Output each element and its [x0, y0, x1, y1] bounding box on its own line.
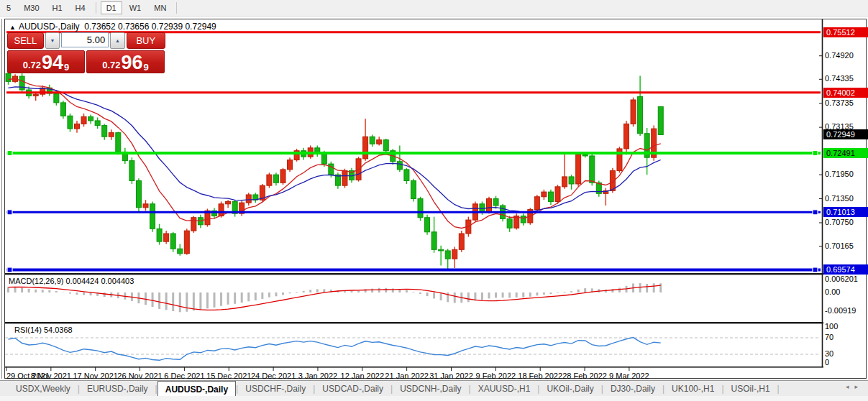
volume-input[interactable] [61, 32, 109, 47]
main-pane [6, 70, 663, 269]
price-level-badge: 0.75512 [823, 27, 868, 37]
tab-separator: | [777, 381, 780, 397]
macd-indicator-label: MACD(12,26,9) 0.004424 0.004403 [9, 277, 134, 285]
macd-axis-label: 0.006201 [825, 275, 868, 284]
candle-down [54, 93, 59, 103]
timeframe-button-d1[interactable]: D1 [101, 1, 122, 14]
price-level-badge: 0.71013 [823, 207, 868, 217]
buy-button[interactable]: BUY [127, 32, 165, 49]
timeframe-button-5[interactable]: 5 [1, 1, 17, 14]
chart-symbol-header: ▲AUDUSD-,Daily 0.73652 0.73656 0.72939 0… [9, 22, 216, 32]
chart-tab-usdcad[interactable]: USDCAD-,Daily [315, 381, 390, 397]
candle-down [418, 199, 423, 218]
candle-down [425, 218, 430, 232]
timeframe-button-h4[interactable]: H4 [70, 1, 91, 14]
timeframe-button-w1[interactable]: W1 [124, 1, 147, 14]
volume-increase-button[interactable]: ▲ [110, 32, 124, 49]
rsi-line [9, 338, 661, 361]
timeframe-button-m30[interactable]: M30 [18, 1, 45, 14]
candle-up [226, 201, 231, 203]
candle-down [638, 97, 643, 134]
date-axis-label: 24 Dec 2021 [251, 372, 296, 380]
date-axis-label: 15 Dec 2021 [206, 372, 251, 380]
candle-down [370, 137, 375, 144]
chart-tab-usdchf[interactable]: USDCHF-,Daily [238, 381, 313, 397]
macd-pane [9, 283, 661, 312]
tab-scroll-right-icon[interactable]: ▸ [854, 383, 864, 390]
candle-down [273, 175, 278, 183]
line-endpoint-marker[interactable] [7, 151, 12, 156]
pane-separator[interactable] [5, 273, 823, 275]
chart-tab-xauusd[interactable]: XAUUSD-,H1 [471, 381, 538, 397]
trading-terminal: 5M30H1H4D1W1MN ▲AUDUSD-,Daily 0.73652 0.… [0, 0, 868, 401]
chart-tab-usdx[interactable]: USDX,Weekly [9, 381, 78, 397]
collapse-arrow-icon[interactable]: ▲ [9, 24, 16, 31]
rsi-axis-label: 70 [825, 333, 868, 342]
price-level-badge: 0.74002 [823, 88, 868, 98]
candle-up [267, 175, 272, 185]
candle-down [95, 121, 100, 126]
ma-slow-line [9, 87, 661, 212]
chart-tab-ukoil[interactable]: UKOil-,Daily [539, 381, 600, 397]
chart-tab-usdcnh[interactable]: USDCNH-,Daily [393, 381, 468, 397]
candle-down [157, 229, 162, 241]
sell-price-tile[interactable]: 0.72 94 9 [7, 50, 85, 73]
pane-separator [5, 367, 823, 368]
one-click-trade-panel: SELL ▼ ▲ BUY 0.72 94 9 0.72 96 9 [7, 32, 165, 73]
candle-up [452, 249, 457, 259]
candle-down [445, 251, 450, 259]
buy-price-tile[interactable]: 0.72 96 9 [86, 50, 165, 73]
sell-price-small: 0.72 [23, 60, 41, 70]
candle-up [164, 234, 169, 241]
timeframe-button-h1[interactable]: H1 [47, 1, 68, 14]
line-endpoint-marker[interactable] [813, 267, 818, 272]
chart-tab-eurusd[interactable]: EURUSD-,Daily [80, 381, 155, 397]
rsi-indicator-label: RSI(14) 54.0368 [14, 326, 73, 334]
tab-scroll-left-icon[interactable]: ◂ [846, 383, 855, 390]
buy-price-sup: 9 [144, 62, 149, 73]
sell-button[interactable]: SELL [7, 32, 44, 49]
price-level-badge: 0.69574 [823, 264, 868, 275]
pane-separator[interactable] [5, 322, 823, 323]
line-endpoint-marker[interactable] [813, 210, 818, 215]
tab-scroll-arrows: ◂▸ [846, 383, 864, 390]
candle-up [219, 204, 224, 216]
line-endpoint-marker[interactable] [813, 151, 818, 156]
timeframe-button-mn[interactable]: MN [148, 1, 172, 14]
macd-axis-label: -0.00919 [825, 306, 868, 315]
price-tick-label: 0.70165 [825, 241, 868, 251]
buy-price-big: 96 [122, 53, 143, 73]
candle-down [178, 249, 183, 254]
candle-down [102, 126, 107, 137]
price-level-badge: 0.72949 [823, 129, 868, 139]
line-endpoint-marker[interactable] [7, 267, 12, 272]
candle-up [81, 116, 86, 124]
date-axis-label: 12 Jan 2022 [341, 372, 385, 380]
price-tick-label: 0.70750 [825, 218, 868, 227]
volume-decrease-button[interactable]: ▼ [45, 32, 60, 49]
candle-down [493, 199, 498, 206]
date-axis-label: 31 Jan 2022 [429, 372, 473, 380]
candle-up [109, 133, 114, 137]
price-tick-label: 0.74920 [825, 51, 868, 60]
candle-up [75, 124, 80, 129]
candle-down [68, 116, 73, 129]
candle-down [329, 164, 334, 175]
chart-tab-audusd[interactable]: AUDUSD-,Daily [157, 381, 236, 397]
buy-price-small: 0.72 [102, 60, 120, 70]
candle-up [184, 231, 189, 254]
candle-up [377, 140, 382, 144]
chart-tab-usoil[interactable]: USOil-,H1 [724, 381, 777, 397]
chart-tab-dj30[interactable]: DJ30-,Daily [603, 381, 662, 397]
rsi-axis-label: 0 [825, 358, 868, 367]
macd-axis-label: 0.00 [825, 287, 868, 297]
candle-down [6, 73, 11, 81]
chart-tab-uk100[interactable]: UK100-,H1 [664, 381, 721, 397]
candle-down [548, 192, 553, 201]
candle-down [170, 234, 175, 249]
date-axis-label: 21 Jan 2022 [385, 372, 429, 380]
candle-down [439, 249, 444, 251]
line-endpoint-marker[interactable] [7, 210, 12, 215]
candle-down [116, 133, 121, 152]
chart-window: ▲AUDUSD-,Daily 0.73652 0.73656 0.72939 0… [4, 19, 867, 379]
